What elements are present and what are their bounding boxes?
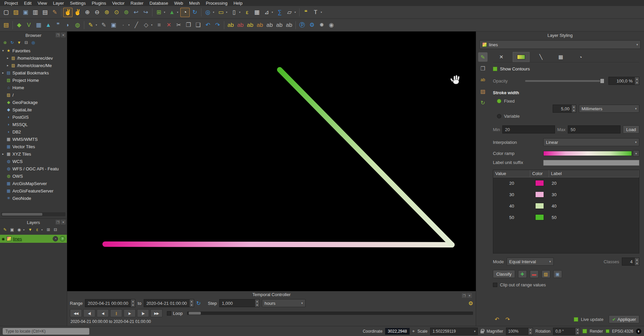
width-unit-select[interactable]: Millimeters ▾ (579, 105, 639, 113)
move-label-icon[interactable]: ab (265, 20, 274, 30)
add-raster-layer-icon[interactable]: ▦ (34, 20, 43, 30)
measure-area-dropdown-icon[interactable]: ▾ (294, 11, 297, 14)
class-color-cell[interactable] (530, 191, 549, 198)
rotation-spin-buttons[interactable]: ▴▾ (575, 328, 580, 335)
remove-layer-icon[interactable]: ⊟ (52, 227, 58, 233)
browser-item-arcgis-map-server[interactable]: ▦ArcGisMapServer (0, 180, 67, 187)
browser-item-wfs-ogc[interactable]: ◍WFS / OGC API - Featu (0, 165, 67, 172)
deselect-features-icon[interactable]: ▯ (229, 8, 239, 17)
undo-icon[interactable]: ↶ (203, 20, 213, 30)
layer-item-lines[interactable]: ◉ lines ◔ ? (0, 235, 67, 243)
paste-features-icon[interactable]: ❑ (193, 20, 203, 30)
class-table-row[interactable]: 2020 (493, 177, 639, 189)
deselect-features-dropdown-icon[interactable]: ▾ (239, 11, 242, 14)
remove-class-button[interactable]: ▬ (530, 270, 539, 278)
expand-closed-icon[interactable]: ▸ (1, 71, 5, 74)
symbology-tab-icon[interactable]: ✎ (478, 52, 488, 62)
add-class-button[interactable]: ✚ (518, 270, 527, 278)
rendering-tab[interactable]: ▦ (552, 52, 569, 62)
magnifier-spin-buttons[interactable]: ▴▾ (528, 328, 533, 335)
identify-features-icon[interactable]: ◎ (203, 8, 213, 17)
expand-closed-icon[interactable]: ▸ (6, 56, 9, 60)
measure-line-dropdown-icon[interactable]: ▾ (272, 11, 275, 14)
variable-width-radio[interactable] (497, 114, 501, 118)
menu-settings[interactable]: Settings (67, 0, 89, 6)
save-project-icon[interactable]: ▣ (21, 8, 30, 17)
scale-select[interactable]: 1:502259119 ▾ (430, 328, 478, 335)
classify-button[interactable]: Classify (493, 270, 515, 278)
expand-open-icon[interactable]: ▾ (1, 49, 5, 52)
range-end-input[interactable]: 2020-04-21 01:00:00 ▴▾ (144, 299, 194, 307)
zoom-in-icon[interactable]: ⊕ (83, 8, 92, 17)
temporal-undock-icon[interactable]: ❐ (462, 293, 466, 298)
copy-features-icon[interactable]: ❐ (184, 20, 193, 30)
layout-manager-icon[interactable]: ▤ (40, 8, 50, 17)
step-unit-select[interactable]: hours ▾ (262, 299, 306, 307)
menu-help[interactable]: Help (230, 0, 245, 6)
temporal-layer-indicator-icon[interactable]: ◔ (53, 236, 58, 241)
expand-closed-icon[interactable]: ▸ (1, 152, 5, 156)
temporal-settings-icon[interactable]: ⚙ (468, 300, 473, 306)
redo-icon[interactable]: ↷ (213, 20, 222, 30)
pause-button[interactable]: ∥ (110, 309, 122, 317)
digitize-with-segment-dropdown-icon[interactable]: ▾ (128, 23, 131, 26)
style-undo-icon[interactable]: ↶ (493, 316, 501, 323)
live-update-checkbox[interactable] (574, 317, 578, 322)
magnifier-input[interactable]: 100% ▴▾ (506, 328, 533, 335)
time-tab[interactable]: ◔ (572, 52, 589, 62)
opacity-slider[interactable] (525, 80, 604, 82)
current-edits-dropdown-icon[interactable]: ▾ (96, 23, 99, 26)
menu-database[interactable]: Database (146, 0, 171, 6)
new-project-icon[interactable]: ▢ (1, 8, 11, 17)
refresh-map-icon[interactable]: ↻ (190, 8, 199, 17)
opacity-spin-buttons[interactable]: ▴▾ (635, 77, 639, 85)
style-redo-icon[interactable]: ↷ (504, 316, 512, 323)
zoom-to-selection-icon[interactable]: ⊙ (112, 8, 121, 17)
history-tab-icon[interactable]: ↻ (478, 98, 488, 107)
filter-by-expression-icon[interactable]: ε (34, 227, 40, 233)
pan-to-selection-icon[interactable]: ✌ (73, 8, 82, 17)
open-project-icon[interactable]: ▨ (11, 8, 20, 17)
toggle-editing-icon[interactable]: ✎ (99, 20, 108, 30)
statistical-summary-icon[interactable]: ∑ (275, 8, 284, 17)
fast-forward-button[interactable]: ▶▶ (150, 309, 163, 317)
max-input[interactable]: 50 (568, 125, 620, 133)
style-manager-icon[interactable]: ✎ (50, 8, 59, 17)
new-map-view-icon[interactable]: ⊞ (154, 8, 164, 17)
layers-close-icon[interactable]: ✕ (61, 220, 65, 224)
browser-hscrollbar[interactable] (1, 212, 65, 216)
range-start-spin-buttons[interactable]: ▴▾ (131, 299, 135, 307)
python-console-icon[interactable]: ⓟ (297, 20, 307, 30)
filter-legend-icon[interactable]: ▼ (27, 227, 33, 233)
menu-raster[interactable]: Raster (128, 0, 146, 6)
zoom-next-icon[interactable]: ↪ (141, 8, 150, 17)
cut-features-icon[interactable]: ✂ (174, 20, 183, 30)
menu-web[interactable]: Web (171, 0, 186, 6)
measure-line-icon[interactable]: ⊿ (262, 8, 271, 17)
save-classes-button[interactable]: ▣ (553, 270, 562, 278)
fixed-width-radio[interactable] (497, 99, 501, 103)
clip-out-of-range-checkbox[interactable] (493, 283, 497, 287)
browser-item-xyz-tiles[interactable]: ▸▦XYZ Tiles (0, 150, 67, 158)
map-canvas[interactable] (67, 32, 476, 291)
browser-item-home-dev[interactable]: ▸▨/home/cloarec/dev (0, 54, 67, 62)
open-attribute-table-icon[interactable]: ▦ (252, 8, 262, 17)
source-tab-icon[interactable]: ▨ (478, 87, 488, 96)
processing-toolbox-icon[interactable]: ⚙ (307, 20, 317, 30)
labels-tab-icon[interactable]: ab (478, 75, 488, 85)
apply-button[interactable]: ✔ Appliquer (609, 315, 639, 323)
contours-tab[interactable] (513, 52, 530, 62)
zoom-to-layer-icon[interactable]: ⊚ (122, 8, 131, 17)
layer-diagram-options-icon[interactable]: ab (236, 20, 245, 30)
browser-close-icon[interactable]: ✕ (61, 33, 65, 37)
vectors-tab[interactable]: ╲ (533, 52, 549, 62)
new-geopackage-layer-icon[interactable]: ◆ (14, 20, 24, 30)
browser-item-postgis[interactable]: ◗PostGIS (0, 113, 67, 121)
add-postgis-layer-icon[interactable]: ◗ (63, 20, 73, 30)
styling-layer-select[interactable]: lines ▾ (479, 40, 641, 49)
scale-lock-icon[interactable] (480, 331, 484, 333)
save-layer-edits-icon[interactable]: ▣ (109, 20, 118, 30)
refresh-browser-icon[interactable]: ↻ (9, 40, 15, 46)
text-annotation-dropdown-icon[interactable]: ▾ (321, 11, 324, 14)
browser-item-home-me[interactable]: ▸▨/home/cloarec/Me (0, 62, 67, 69)
